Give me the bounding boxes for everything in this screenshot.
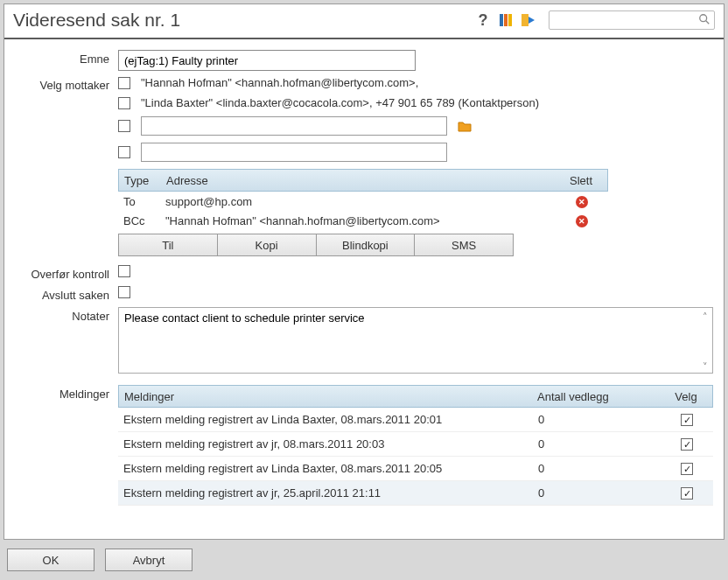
message-row: Ekstern melding registrert av Linda Baxt… <box>118 408 713 432</box>
recipient-text-2: "Linda Baxter" <linda.baxter@cocacola.co… <box>141 96 539 109</box>
addr-header-adresse: Adresse <box>163 174 555 187</box>
message-text: Ekstern melding registrert av Linda Baxt… <box>118 462 538 475</box>
avslutt-saken-checkbox[interactable] <box>118 286 130 298</box>
svg-line-5 <box>706 20 710 24</box>
sms-button[interactable]: SMS <box>415 234 514 256</box>
addr-type: To <box>118 195 162 208</box>
address-row: BCc "Hannah Hofman" <hannah.hofman@liber… <box>118 211 608 230</box>
delete-icon[interactable] <box>576 215 588 227</box>
addr-header-slett: Slett <box>555 174 607 187</box>
recipient-checkbox-4[interactable] <box>118 146 130 158</box>
search-input[interactable] <box>553 14 698 26</box>
blindkopi-button[interactable]: Blindkopi <box>317 234 416 256</box>
kopi-button[interactable]: Kopi <box>218 234 317 256</box>
message-checkbox[interactable] <box>681 438 693 451</box>
message-row: Ekstern melding registrert av jr, 08.mar… <box>118 432 713 457</box>
message-text: Ekstern melding registrert av jr, 25.apr… <box>118 486 538 500</box>
recipient-text-1: "Hannah Hofman" <hannah.hofman@libertyco… <box>141 76 418 89</box>
message-attachments: 0 <box>538 486 661 500</box>
msg-header-velg: Velg <box>660 390 712 403</box>
velg-mottaker-label: Velg mottaker <box>13 76 118 92</box>
recipient-checkbox-3[interactable] <box>118 120 130 132</box>
notater-textarea[interactable] <box>118 307 713 374</box>
avbryt-button[interactable]: Avbryt <box>105 549 192 571</box>
page-title: Videresend sak nr. 1 <box>13 10 475 31</box>
delete-icon[interactable] <box>576 196 588 208</box>
notater-label: Notater <box>13 307 118 323</box>
emne-label: Emne <box>13 50 118 66</box>
svg-rect-2 <box>508 14 512 26</box>
overfor-kontroll-label: Overfør kontroll <box>13 265 118 281</box>
columns-icon[interactable] <box>498 12 514 28</box>
addr-type: BCc <box>118 214 162 227</box>
search-box[interactable] <box>549 10 715 30</box>
message-checkbox[interactable] <box>681 487 693 500</box>
svg-rect-3 <box>522 14 528 26</box>
message-row: Ekstern melding registrert av Linda Baxt… <box>118 457 713 481</box>
msg-header-vedlegg: Antall vedlegg <box>537 390 660 403</box>
address-header: Type Adresse Slett <box>118 169 608 192</box>
meldinger-label: Meldinger <box>13 385 118 401</box>
message-text: Ekstern melding registrert av jr, 08.mar… <box>118 437 538 451</box>
addr-value: support@hp.com <box>162 195 556 208</box>
recipient-checkbox-1[interactable] <box>118 77 130 89</box>
folder-icon[interactable] <box>458 120 472 132</box>
search-icon[interactable] <box>698 13 710 28</box>
messages-header: Meldinger Antall vedlegg Velg <box>118 385 713 408</box>
til-button[interactable]: Til <box>118 234 218 256</box>
message-attachments: 0 <box>538 413 661 426</box>
addr-header-type: Type <box>119 174 163 187</box>
message-checkbox[interactable] <box>681 463 693 475</box>
help-icon[interactable]: ? <box>475 12 491 28</box>
message-checkbox[interactable] <box>681 414 693 426</box>
ok-button[interactable]: OK <box>7 549 94 571</box>
avslutt-saken-label: Avslutt saken <box>13 286 118 302</box>
overfor-kontroll-checkbox[interactable] <box>118 265 130 277</box>
scroll-down-icon[interactable]: ˅ <box>699 360 711 373</box>
message-text: Ekstern melding registrert av Linda Baxt… <box>118 413 538 426</box>
message-row: Ekstern melding registrert av jr, 25.apr… <box>118 481 713 506</box>
recipient-input-4[interactable] <box>141 143 447 162</box>
svg-point-4 <box>700 14 707 21</box>
msg-header-meldinger: Meldinger <box>119 390 537 403</box>
message-attachments: 0 <box>538 462 661 475</box>
addr-value: "Hannah Hofman" <hannah.hofman@libertyco… <box>162 214 556 227</box>
forward-icon[interactable] <box>521 12 536 28</box>
recipient-checkbox-2[interactable] <box>118 97 130 109</box>
address-row: To support@hp.com <box>118 192 608 211</box>
message-attachments: 0 <box>538 437 661 451</box>
svg-rect-1 <box>504 14 508 26</box>
emne-input[interactable] <box>118 50 416 71</box>
recipient-input-3[interactable] <box>141 116 447 136</box>
scroll-up-icon[interactable]: ˄ <box>699 311 711 323</box>
svg-rect-0 <box>500 14 503 26</box>
